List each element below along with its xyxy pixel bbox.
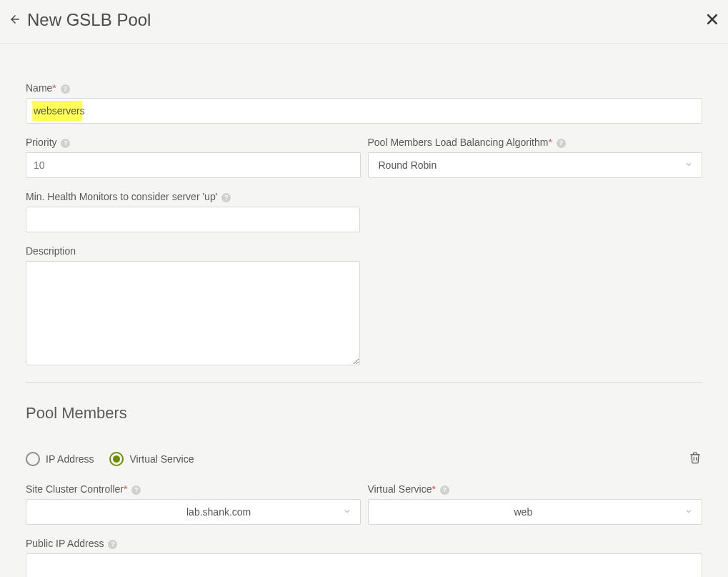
radio-vs-label: Virtual Service (129, 453, 194, 465)
close-icon[interactable] (705, 12, 719, 29)
required-asterisk: * (432, 483, 436, 495)
help-icon[interactable]: ? (440, 485, 449, 495)
site-controller-select[interactable]: lab.shank.com (26, 499, 361, 525)
pool-member-type-row: IP Address Virtual Service (26, 450, 702, 468)
algorithm-value: Round Robin (376, 159, 685, 171)
description-label: Description (26, 245, 360, 257)
radio-ip-address[interactable]: IP Address (26, 452, 94, 466)
public-ip-label-text: Public IP Address (26, 538, 104, 549)
name-input-wrapper (26, 98, 702, 124)
name-input[interactable] (26, 99, 702, 123)
description-textarea[interactable] (26, 261, 360, 365)
public-ip-label: Public IP Address ? (26, 538, 702, 549)
radio-inner (113, 455, 120, 463)
priority-label-text: Priority (26, 137, 57, 148)
chevron-down-icon (684, 159, 693, 171)
min-health-input[interactable] (26, 207, 360, 232)
back-icon[interactable] (9, 13, 21, 28)
algorithm-label-text: Pool Members Load Balancing Algorithm (368, 137, 549, 148)
virtual-service-label: Virtual Service* ? (368, 483, 703, 495)
help-icon[interactable]: ? (557, 139, 566, 148)
radio-virtual-service[interactable]: Virtual Service (109, 452, 194, 466)
chevron-down-icon (684, 506, 693, 518)
page-title: New GSLB Pool (27, 10, 151, 30)
required-asterisk: * (52, 82, 56, 94)
help-icon[interactable]: ? (108, 540, 117, 549)
header-left: New GSLB Pool (9, 10, 151, 30)
help-icon[interactable]: ? (131, 485, 141, 495)
description-label-text: Description (26, 245, 76, 257)
algorithm-label: Pool Members Load Balancing Algorithm* ? (368, 137, 703, 148)
chevron-down-icon (343, 506, 351, 518)
site-controller-value: lab.shank.com (184, 506, 343, 518)
required-asterisk: * (124, 483, 127, 495)
pool-members-title: Pool Members (26, 404, 702, 423)
virtual-service-select[interactable]: web (368, 499, 703, 525)
site-controller-label: Site Cluster Controller* ? (26, 483, 361, 495)
divider (26, 382, 702, 383)
priority-label: Priority ? (26, 137, 361, 148)
member-type-radio-group: IP Address Virtual Service (26, 452, 194, 466)
trash-icon[interactable] (688, 450, 702, 468)
required-asterisk: * (548, 137, 552, 148)
modal-header: New GSLB Pool (0, 0, 728, 44)
virtual-service-value: web (512, 506, 685, 518)
help-icon[interactable]: ? (61, 139, 70, 148)
help-icon[interactable]: ? (221, 193, 231, 202)
min-health-label-text: Min. Health Monitors to consider server … (26, 191, 217, 202)
help-icon[interactable]: ? (61, 84, 70, 94)
priority-input[interactable] (26, 152, 361, 178)
radio-outer (26, 452, 40, 466)
virtual-service-label-text: Virtual Service (368, 483, 432, 495)
name-label: Name* ? (26, 82, 702, 94)
algorithm-select[interactable]: Round Robin (368, 152, 703, 178)
site-controller-label-text: Site Cluster Controller (26, 483, 124, 495)
radio-ip-label: IP Address (46, 453, 94, 465)
radio-outer (109, 452, 124, 466)
form-content: Name* ? Priority ? Pool Members Load Bal… (0, 44, 728, 577)
name-label-text: Name (26, 82, 52, 94)
min-health-label: Min. Health Monitors to consider server … (26, 191, 360, 202)
public-ip-input[interactable] (26, 553, 702, 577)
